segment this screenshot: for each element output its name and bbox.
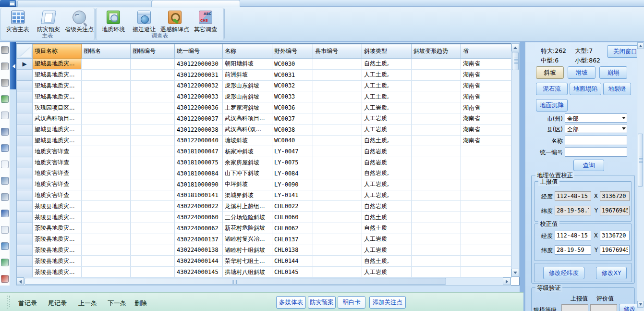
table-cell[interactable]: 望城县地质灾... <box>33 135 82 146</box>
table-cell[interactable]: 湖南省 <box>461 124 512 135</box>
table-cell[interactable]: 地质灾害详查 <box>33 157 82 168</box>
table-cell[interactable] <box>461 146 512 157</box>
nav-link-1[interactable]: 首记录 <box>18 299 37 308</box>
ribbon-button[interactable]: 省级关注点 <box>64 10 94 34</box>
table-cell[interactable] <box>412 80 461 91</box>
table-cell[interactable]: WC0038 <box>272 124 313 135</box>
table-cell[interactable]: 武汉高科(双... <box>223 124 272 135</box>
ribbon-button[interactable]: 搬迁避让 <box>129 10 159 34</box>
check-tool-icon[interactable] <box>1 259 9 266</box>
column-header[interactable]: 县市编号 <box>313 44 362 59</box>
table-cell[interactable]: 望城县地质灾... <box>33 80 82 91</box>
ribbon-button[interactable]: 防灾预案 <box>34 10 63 34</box>
table-row[interactable]: 望城县地质灾...430122000033虎形山南斜坡WC0033人工土质,湖南… <box>17 91 512 102</box>
row-selector-cell[interactable] <box>17 146 33 157</box>
table-row[interactable]: 地质灾害详查430181000141渠城界斜坡LY-0141人工岩质, <box>17 190 512 201</box>
table-cell[interactable] <box>412 256 461 267</box>
table-cell[interactable]: 新花村危险斜坡 <box>223 223 272 234</box>
table-cell[interactable] <box>313 190 362 201</box>
table-cell[interactable] <box>82 223 131 234</box>
row-selector-cell[interactable] <box>17 223 33 234</box>
row-selector-cell[interactable] <box>17 234 33 245</box>
row-selector-cell[interactable] <box>17 168 33 179</box>
table-cell[interactable]: 430122000030 <box>175 59 223 70</box>
column-header[interactable]: 统一编号 <box>175 44 223 59</box>
table-cell[interactable]: 中坪斜坡 <box>223 179 272 190</box>
table-cell[interactable] <box>412 59 461 70</box>
row-selector-cell[interactable] <box>17 124 33 135</box>
table-cell[interactable]: 湖南省 <box>461 59 512 70</box>
table-row[interactable]: 茶陵县地质灾...430224000138诸睦村十组斜坡CHL0138人工岩质 <box>17 245 512 256</box>
table-cell[interactable]: 武汉高科项目... <box>33 113 82 124</box>
table-cell[interactable]: WC0033 <box>272 91 313 102</box>
table-cell[interactable]: WC0037 <box>272 113 313 124</box>
type-button-7[interactable]: 地面沉降 <box>536 99 568 112</box>
measure-tool-icon[interactable] <box>1 62 9 70</box>
scroll-left-button[interactable] <box>16 277 24 285</box>
table-cell[interactable]: LY-0090 <box>272 179 313 190</box>
table-cell[interactable] <box>412 267 461 278</box>
table-cell[interactable]: 自然土质 <box>362 223 412 234</box>
table-cell[interactable] <box>82 179 131 190</box>
table-cell[interactable]: 渠城界斜坡 <box>223 190 272 201</box>
table-cell[interactable]: 人工岩质, <box>362 179 412 190</box>
table-cell[interactable] <box>461 234 512 245</box>
panel-scroll-thumb[interactable] <box>638 134 643 187</box>
table-cell[interactable] <box>82 245 131 256</box>
table-cell[interactable] <box>131 102 175 113</box>
table-cell[interactable]: 自然岩质 <box>362 201 412 212</box>
table-cell[interactable] <box>131 59 175 70</box>
table-cell[interactable]: 龙溪村上趟组... <box>223 201 272 212</box>
table-cell[interactable]: 湖南省 <box>461 91 512 102</box>
table-cell[interactable] <box>131 146 175 157</box>
column-header[interactable]: 图幅编号 <box>131 44 175 59</box>
table-cell[interactable] <box>313 146 362 157</box>
table-row[interactable]: 地质灾害详查430181000090中坪斜坡LY-0090人工岩质, <box>17 179 512 190</box>
splitter[interactable] <box>520 42 525 311</box>
row-selector-cell[interactable] <box>17 102 33 113</box>
row-selector-cell[interactable] <box>17 69 33 80</box>
table-cell[interactable]: 430224000022 <box>175 201 223 212</box>
table-cell[interactable]: 人工岩质 <box>362 113 412 124</box>
bottom-button-1[interactable]: 多媒体表 <box>276 296 306 309</box>
table-cell[interactable]: 人工土质, <box>362 69 412 80</box>
row-selector-cell[interactable] <box>17 256 33 267</box>
scroll-up-button[interactable] <box>511 44 519 51</box>
scroll-down-button[interactable] <box>637 301 644 308</box>
corrected-y-input[interactable] <box>600 245 630 255</box>
compass-tool-icon[interactable] <box>1 242 9 250</box>
table-vertical-scrollbar[interactable] <box>511 43 520 277</box>
row-selector-cell[interactable]: ▶ <box>17 59 33 70</box>
table-cell[interactable]: WC0031 <box>272 69 313 80</box>
table-cell[interactable] <box>82 256 131 267</box>
corrected-lon-input[interactable] <box>555 231 591 240</box>
city-select[interactable]: 全部 <box>565 113 627 123</box>
table-cell[interactable] <box>313 267 362 278</box>
type-button-2[interactable]: 滑坡 <box>568 66 595 79</box>
table-cell[interactable] <box>461 256 512 267</box>
table-cell[interactable] <box>313 201 362 212</box>
table-cell[interactable]: 拱塘村八组斜坡 <box>223 267 272 278</box>
table-cell[interactable]: WC0040 <box>272 135 313 146</box>
table-cell[interactable] <box>313 124 362 135</box>
vscroll-thumb[interactable] <box>512 52 519 70</box>
table-cell[interactable]: 朝阳塘斜坡 <box>223 59 272 70</box>
table-cell[interactable] <box>412 135 461 146</box>
table-cell[interactable] <box>313 91 362 102</box>
table-cell[interactable]: CHL0060 <box>272 212 313 223</box>
table-cell[interactable]: 三分场危险斜坡 <box>223 212 272 223</box>
type-button-3[interactable]: 崩塌 <box>599 66 627 79</box>
bottom-button-3[interactable]: 明白卡 <box>338 296 365 309</box>
row-selector-cell[interactable] <box>17 80 33 91</box>
grid-corner-cell[interactable] <box>17 44 33 59</box>
table-cell[interactable]: 武汉高科项目... <box>223 113 272 124</box>
modify-xy-button[interactable]: 修改XY <box>596 267 627 279</box>
column-header[interactable]: 名称 <box>223 44 272 59</box>
table-cell[interactable]: 430122000040 <box>175 135 223 146</box>
table-cell[interactable]: LY-0047 <box>272 146 313 157</box>
table-row[interactable]: 地质灾害详查430181000084山下冲下斜坡LY-0084自然岩质, <box>17 168 512 179</box>
scroll-right-button[interactable] <box>503 277 510 285</box>
document-tab[interactable] <box>17 0 152 7</box>
table-cell[interactable]: 430181000141 <box>175 190 223 201</box>
modify-lonlat-button[interactable]: 修改经纬度 <box>543 267 584 279</box>
